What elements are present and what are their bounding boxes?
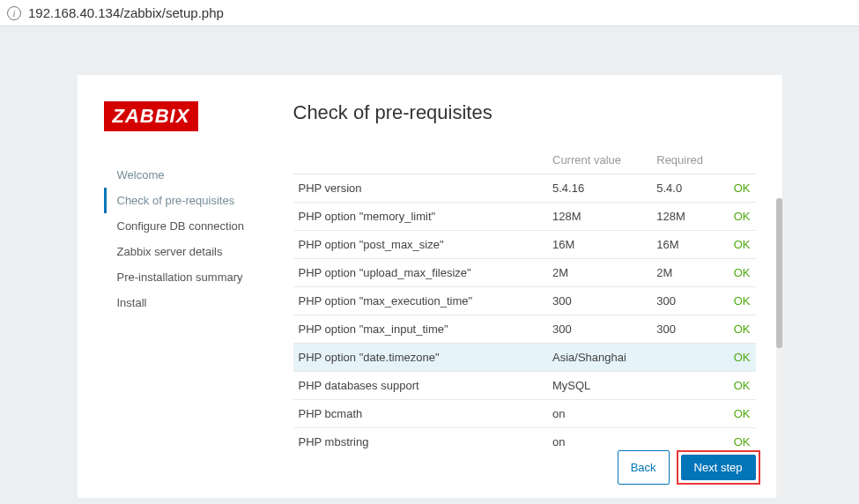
- req-name: PHP mbstring: [293, 428, 548, 456]
- browser-address-bar[interactable]: i 192.168.40.134/zabbix/setup.php: [0, 0, 859, 26]
- header-status: [725, 146, 756, 174]
- sidebar: ZABBIX WelcomeCheck of pre-requisitesCon…: [104, 101, 285, 456]
- table-row: PHP option "upload_max_filesize"2M2MOK: [293, 259, 756, 287]
- req-name: PHP option "post_max_size": [293, 231, 548, 259]
- req-current-value: 5.4.16: [547, 174, 651, 203]
- req-required-value: 300: [651, 287, 725, 315]
- req-status: OK: [725, 231, 756, 259]
- req-name: PHP option "max_input_time": [293, 315, 548, 344]
- req-status: OK: [725, 344, 756, 372]
- page-body: ZABBIX WelcomeCheck of pre-requisitesCon…: [0, 26, 859, 504]
- req-status: OK: [725, 203, 756, 231]
- table-row: PHP option "post_max_size"16M16MOK: [293, 231, 756, 259]
- req-current-value: 16M: [547, 231, 651, 259]
- next-step-button[interactable]: Next step: [681, 455, 756, 480]
- req-status: OK: [725, 287, 756, 315]
- req-required-value: 128M: [651, 203, 725, 231]
- req-status: OK: [725, 174, 756, 203]
- req-name: PHP option "date.timezone": [293, 344, 548, 372]
- req-required-value: [651, 372, 725, 400]
- req-status: OK: [725, 372, 756, 400]
- table-row: PHP option "memory_limit"128M128MOK: [293, 203, 756, 231]
- table-row: PHP version5.4.165.4.0OK: [293, 174, 756, 203]
- back-button[interactable]: Back: [618, 450, 670, 485]
- req-current-value: 300: [547, 287, 651, 315]
- req-status: OK: [725, 315, 756, 344]
- header-current-value: Current value: [547, 146, 651, 174]
- req-status: OK: [725, 259, 756, 287]
- req-required-value: 300: [651, 315, 725, 344]
- req-current-value: 300: [547, 315, 651, 344]
- table-row: PHP option "date.timezone"Asia/ShanghaiO…: [293, 344, 756, 372]
- req-status: OK: [725, 400, 756, 428]
- next-step-highlight: Next step: [677, 450, 760, 485]
- req-current-value: MySQL: [547, 372, 651, 400]
- req-required-value: [651, 344, 725, 372]
- sidebar-step-1[interactable]: Check of pre-requisites: [104, 188, 285, 213]
- req-required-value: 2M: [651, 259, 725, 287]
- sidebar-step-2[interactable]: Configure DB connection: [104, 213, 285, 239]
- prerequisites-table: Current value Required PHP version5.4.16…: [293, 146, 756, 456]
- table-row: PHP option "max_execution_time"300300OK: [293, 287, 756, 315]
- header-required: Required: [651, 146, 725, 174]
- table-row: PHP bcmathonOK: [293, 400, 756, 428]
- scrollbar-thumb[interactable]: [776, 198, 782, 348]
- button-row: Back Next step: [618, 450, 760, 485]
- req-name: PHP databases support: [293, 372, 548, 400]
- table-row: PHP databases supportMySQLOK: [293, 372, 756, 400]
- main-content: Check of pre-requisites Current value Re…: [285, 101, 756, 456]
- req-name: PHP option "memory_limit": [293, 203, 548, 231]
- sidebar-step-0[interactable]: Welcome: [104, 162, 285, 188]
- req-name: PHP option "upload_max_filesize": [293, 259, 548, 287]
- table-row: PHP option "max_input_time"300300OK: [293, 315, 756, 344]
- url-text: 192.168.40.134/zabbix/setup.php: [28, 5, 224, 20]
- scrollbar-track[interactable]: [776, 198, 782, 498]
- req-name: PHP bcmath: [293, 400, 548, 428]
- zabbix-logo: ZABBIX: [104, 101, 199, 131]
- req-required-value: 16M: [651, 231, 725, 259]
- req-current-value: 2M: [547, 259, 651, 287]
- page-title: Check of pre-requisites: [293, 101, 756, 124]
- info-icon: i: [7, 6, 21, 20]
- req-current-value: 128M: [547, 203, 651, 231]
- req-current-value: on: [547, 400, 651, 428]
- sidebar-step-3[interactable]: Zabbix server details: [104, 239, 285, 264]
- req-current-value: Asia/Shanghai: [547, 344, 651, 372]
- setup-container: ZABBIX WelcomeCheck of pre-requisitesCon…: [78, 75, 782, 498]
- req-required-value: [651, 400, 725, 428]
- req-name: PHP version: [293, 174, 548, 203]
- header-blank: [293, 146, 548, 174]
- sidebar-step-4[interactable]: Pre-installation summary: [104, 264, 285, 290]
- req-name: PHP option "max_execution_time": [293, 287, 548, 315]
- req-required-value: 5.4.0: [651, 174, 725, 203]
- sidebar-step-5[interactable]: Install: [104, 290, 285, 315]
- setup-steps-nav: WelcomeCheck of pre-requisitesConfigure …: [104, 162, 285, 315]
